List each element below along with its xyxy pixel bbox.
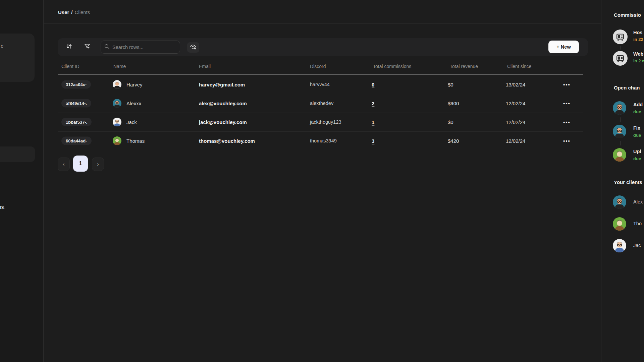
commission-item-due: in 22 — [633, 37, 643, 42]
row-actions-button[interactable]: ••• — [559, 138, 574, 144]
task-avatar — [613, 101, 626, 115]
app-root: { "colors": { "page_bg": "#1d1d1d", "rai… — [0, 0, 644, 362]
toggle-columns-button[interactable] — [187, 42, 199, 53]
table-row[interactable]: 312ac04c- Harvey harvey@gmail.com harvvv… — [58, 75, 583, 94]
table-header-row: Client ID Name Email Discord Total commi… — [58, 64, 583, 71]
task-title[interactable]: Upl — [633, 149, 641, 154]
sidebar-client-name[interactable]: Jac — [633, 243, 641, 248]
col-header-client-since[interactable]: Client since — [507, 64, 531, 69]
rail-card[interactable]: e — [0, 34, 35, 82]
client-since: 12/02/24 — [506, 119, 525, 125]
col-header-name[interactable]: Name — [113, 64, 126, 69]
breadcrumb-current: Clients — [75, 9, 90, 15]
filter-button[interactable] — [82, 42, 93, 52]
client-avatar — [113, 80, 121, 89]
client-id-pill: 1bbaf537-. — [61, 118, 92, 126]
client-discord: harvvv44 — [310, 82, 330, 87]
rail-selected-item[interactable] — [0, 146, 35, 162]
client-revenue: $420 — [448, 138, 459, 144]
row-actions-button[interactable]: ••• — [559, 82, 574, 87]
client-since: 12/02/24 — [506, 101, 525, 106]
sort-icon — [66, 43, 72, 51]
sidebar-client-name[interactable]: Alex — [633, 199, 643, 204]
client-email: harvey@gmail.com — [199, 82, 245, 87]
client-id-pill: af849e14-. — [61, 99, 91, 108]
sidebar-client-avatar — [613, 239, 626, 252]
client-discord: jacktheguy123 — [310, 119, 341, 125]
table-toolbar: Search rows... + New — [58, 38, 588, 56]
commission-item-due: in 2 w — [633, 58, 644, 63]
row-actions-button[interactable]: ••• — [559, 101, 574, 106]
client-name: Thomas — [126, 138, 145, 144]
client-email: jack@vouchley.com — [199, 119, 247, 125]
client-email: thomas@vouchley.com — [199, 138, 255, 144]
table-row[interactable]: 60da44ad- Thomas thomas@vouchley.com tho… — [58, 131, 583, 150]
table-row[interactable]: 1bbaf537-. Jack jack@vouchley.com jackth… — [58, 113, 583, 131]
client-revenue: $0 — [448, 82, 453, 87]
sidebar-client-avatar — [613, 195, 626, 209]
client-commissions-link[interactable]: 1 — [372, 119, 374, 125]
client-since: 12/02/24 — [506, 138, 525, 144]
sidebar-client-avatar — [613, 217, 626, 231]
sort-button[interactable] — [64, 42, 74, 52]
search-placeholder: Search rows... — [112, 45, 144, 50]
eye-plus-icon — [190, 44, 197, 51]
client-discord: thomas3949 — [310, 138, 337, 143]
task-title[interactable]: Add — [633, 102, 643, 107]
left-rail: e ts — [0, 0, 43, 362]
search-input[interactable]: Search rows... — [101, 41, 180, 54]
timeline-connector — [620, 141, 621, 145]
client-commissions-link[interactable]: 3 — [372, 138, 374, 144]
search-icon — [104, 44, 110, 51]
rail-text-fragment: ts — [0, 204, 4, 210]
task-avatar — [613, 125, 626, 138]
timeline-connector — [620, 117, 621, 122]
your-clients-heading: Your clients — [614, 179, 642, 185]
client-revenue: $0 — [448, 119, 453, 125]
col-header-total-revenue[interactable]: Total revenue — [450, 64, 478, 69]
client-name: Harvey — [126, 82, 143, 87]
chevron-left-icon: ‹ — [63, 161, 64, 167]
client-commissions-link[interactable]: 2 — [372, 101, 374, 106]
rail-divider — [43, 0, 44, 362]
col-header-email[interactable]: Email — [199, 64, 211, 69]
header-divider — [44, 23, 601, 24]
new-client-button[interactable]: + New — [548, 41, 579, 53]
client-revenue: $900 — [448, 101, 459, 106]
breadcrumb: User / Clients — [58, 9, 90, 15]
client-avatar — [113, 118, 121, 126]
commission-item-icon — [613, 51, 628, 66]
task-due: due — [633, 109, 641, 114]
client-id-pill: 312ac04c- — [61, 80, 91, 89]
col-header-discord[interactable]: Discord — [310, 64, 326, 69]
client-email: alex@vouchley.com — [199, 101, 247, 106]
open-changes-heading: Open chan — [614, 85, 640, 90]
pagination-current-page[interactable]: 1 — [73, 156, 88, 172]
col-header-total-commissions[interactable]: Total commissions — [373, 64, 411, 69]
row-actions-button[interactable]: ••• — [559, 119, 574, 125]
client-discord: alexthedev — [310, 101, 333, 106]
client-name: Jack — [126, 119, 137, 125]
chevron-right-icon: › — [97, 161, 99, 167]
breadcrumb-section[interactable]: User — [58, 9, 69, 15]
table-header-underline — [58, 74, 583, 75]
commission-item-title[interactable]: Hos — [633, 30, 642, 35]
commission-item-icon — [613, 29, 628, 44]
task-title[interactable]: Fix — [633, 125, 640, 131]
rail-card-text: e — [1, 43, 3, 49]
client-commissions-link[interactable]: 0 — [372, 82, 374, 87]
col-header-client-id[interactable]: Client ID — [61, 64, 79, 69]
pagination-next-button[interactable]: › — [92, 158, 104, 171]
timeline-connector — [620, 46, 621, 50]
right-sidebar: Commissio Hos in 22 Web in 2 w Open chan… — [601, 0, 644, 362]
pagination-prev-button[interactable]: ‹ — [58, 158, 70, 171]
commission-item-title[interactable]: Web — [633, 51, 643, 57]
task-avatar — [613, 148, 626, 162]
client-avatar — [113, 99, 121, 108]
client-id-pill: 60da44ad- — [61, 137, 92, 145]
commissions-heading: Commissio — [614, 12, 641, 18]
table-row[interactable]: af849e14-. Alexxx alex@vouchley.com alex… — [58, 94, 583, 113]
sidebar-client-name[interactable]: Tho — [633, 221, 642, 226]
task-due: due — [633, 156, 641, 161]
filter-icon — [84, 43, 91, 51]
